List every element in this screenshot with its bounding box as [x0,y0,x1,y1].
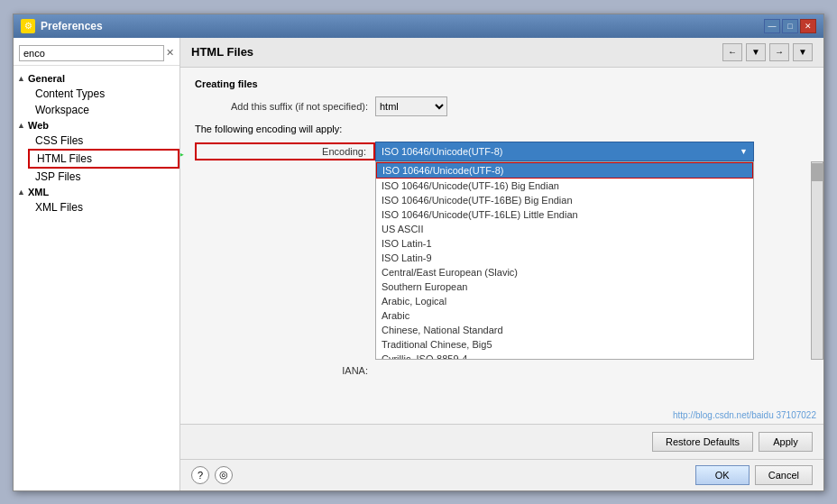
title-controls: — □ ✕ [764,19,816,33]
sidebar-section-web[interactable]: ▲ Web [14,118,179,133]
creating-files-title: Creating files [195,78,809,89]
ok-cancel-buttons: OK Cancel [695,465,813,485]
encoding-dropdown-list[interactable]: ISO 10646/Unicode(UTF-8) ISO 10646/Unico… [375,161,754,360]
sidebar-item-css-files-label: CSS Files [35,134,83,147]
nav-buttons: ← ▼ → ▼ [722,43,813,61]
preferences-icon-button[interactable]: ◎ [215,466,233,484]
dropdown-item-5[interactable]: ISO Latin-1 [376,236,753,251]
encoding-select-box[interactable]: ISO 10646/Unicode(UTF-8) ▼ [375,142,754,161]
sidebar-children-web: CSS Files HTML Files JSP Files [14,133,179,185]
dropdown-item-8[interactable]: Southern European [376,279,753,294]
sidebar-item-xml-files[interactable]: XML Files [28,199,179,215]
forward-button[interactable]: → [769,43,789,61]
preferences-dialog: ⚙ Preferences — □ ✕ ✕ ▲ General [13,14,824,491]
encoding-section: ➤ Encoding: ISO 10646/Unicode(UTF-8) ▼ I… [195,142,809,376]
dialog-icon: ⚙ [21,19,35,33]
sidebar-section-general[interactable]: ▲ General [14,71,179,86]
search-clear-icon[interactable]: ✕ [166,47,174,59]
suffix-select[interactable]: html [375,96,447,116]
sidebar-item-html-files[interactable]: HTML Files [28,149,179,169]
search-input[interactable] [19,45,164,61]
dropdown-item-1[interactable]: ISO 10646/Unicode(UTF-16) Big Endian [376,179,753,193]
iana-row-creating: IANA: [195,365,809,376]
panel-content: Creating files Add this suffix (if not s… [180,68,823,424]
sidebar-children-general: Content Types Workspace [14,86,179,118]
sidebar-item-html-files-label: HTML Files [37,152,92,165]
sidebar: ✕ ▲ General Content Types Workspace [14,38,180,490]
scrollbar-thumb[interactable] [812,163,823,181]
panel-title: HTML Files [191,45,253,59]
dropdown-item-9[interactable]: Arabic, Logical [376,294,753,308]
cancel-button[interactable]: Cancel [755,465,813,485]
sidebar-item-css-files[interactable]: CSS Files [28,133,179,149]
dropdown-item-10[interactable]: Arabic [376,308,753,323]
apply-button[interactable]: Apply [759,432,813,452]
restore-defaults-button[interactable]: Restore Defaults [652,432,753,452]
content-area: ✕ ▲ General Content Types Workspace [14,38,823,490]
bottom-bar: Restore Defaults Apply [180,424,823,459]
suffix-row: Add this suffix (if not specified): html [195,96,809,116]
sidebar-item-jsp-files[interactable]: JSP Files [28,169,179,185]
dropdown-item-0[interactable]: ISO 10646/Unicode(UTF-8) [376,162,753,179]
dropdown-item-4[interactable]: US ASCII [376,222,753,236]
dropdown-item-12[interactable]: Traditional Chinese, Big5 [376,337,753,352]
panel-header: HTML Files ← ▼ → ▼ [180,38,823,68]
title-bar: ⚙ Preferences — □ ✕ [14,14,823,38]
green-arrow-icon: ➤ [180,143,185,165]
title-bar-left: ⚙ Preferences [21,19,103,33]
encoding-selected-value: ISO 10646/Unicode(UTF-8) [382,146,503,157]
back-arrow-button[interactable]: ▼ [746,43,766,61]
sidebar-item-content-types-label: Content Types [35,87,105,100]
dropdown-item-11[interactable]: Chinese, National Standard [376,323,753,337]
ok-cancel-bar: ? ◎ OK Cancel [180,459,823,490]
dropdown-scrollbar[interactable] [811,161,823,360]
sidebar-section-xml[interactable]: ▲ XML [14,185,179,199]
sidebar-item-workspace[interactable]: Workspace [28,102,179,118]
encoding-row: Encoding: ISO 10646/Unicode(UTF-8) ▼ ISO… [195,142,809,161]
expand-icon-web: ▲ [17,121,26,130]
sidebar-item-content-types[interactable]: Content Types [28,86,179,102]
encoding-will-apply-text: The following encoding will apply: [195,124,809,134]
main-panel: HTML Files ← ▼ → ▼ Creating files Add th… [180,38,823,490]
sidebar-section-xml-label: XML [28,187,49,197]
dialog-title: Preferences [41,20,103,32]
maximize-button[interactable]: □ [782,19,798,33]
bottom-right-buttons: Restore Defaults Apply [652,432,813,452]
dropdown-item-13[interactable]: Cyrillic, ISO-8859-4 [376,352,753,360]
sidebar-tree: ▲ General Content Types Workspace ▲ Web [14,69,179,487]
sidebar-section-web-label: Web [28,120,49,131]
expand-icon-xml: ▲ [17,188,26,197]
close-button[interactable]: ✕ [800,19,816,33]
encoding-label: Encoding: [195,142,375,160]
expand-icon-general: ▲ [17,74,26,83]
ok-button[interactable]: OK [695,465,750,485]
dropdown-item-7[interactable]: Central/East European (Slavic) [376,265,753,279]
sidebar-item-jsp-files-label: JSP Files [35,170,80,183]
sidebar-section-general-label: General [28,73,65,84]
help-button[interactable]: ? [191,466,209,484]
watermark-text: http://blog.csdn.net/baidu 37107022 [673,410,816,420]
sidebar-item-workspace-label: Workspace [35,104,89,116]
sidebar-children-xml: XML Files [14,199,179,215]
encoding-select-dropdown[interactable]: ISO 10646/Unicode(UTF-8) ▼ ISO 10646/Uni… [375,142,754,161]
dropdown-item-6[interactable]: ISO Latin-9 [376,251,753,265]
search-bar: ✕ [14,41,179,66]
back-button[interactable]: ← [722,43,742,61]
minimize-button[interactable]: — [764,19,780,33]
iana-label-creating: IANA: [195,365,375,376]
forward-arrow-button[interactable]: ▼ [793,43,813,61]
suffix-label: Add this suffix (if not specified): [195,101,375,112]
bottom-icons: ? ◎ [191,466,233,484]
dropdown-item-3[interactable]: ISO 10646/Unicode(UTF-16LE) Little Endia… [376,207,753,222]
sidebar-item-xml-files-label: XML Files [35,201,83,214]
dropdown-item-2[interactable]: ISO 10646/Unicode(UTF-16BE) Big Endian [376,193,753,207]
encoding-dropdown-arrow: ▼ [740,147,748,156]
